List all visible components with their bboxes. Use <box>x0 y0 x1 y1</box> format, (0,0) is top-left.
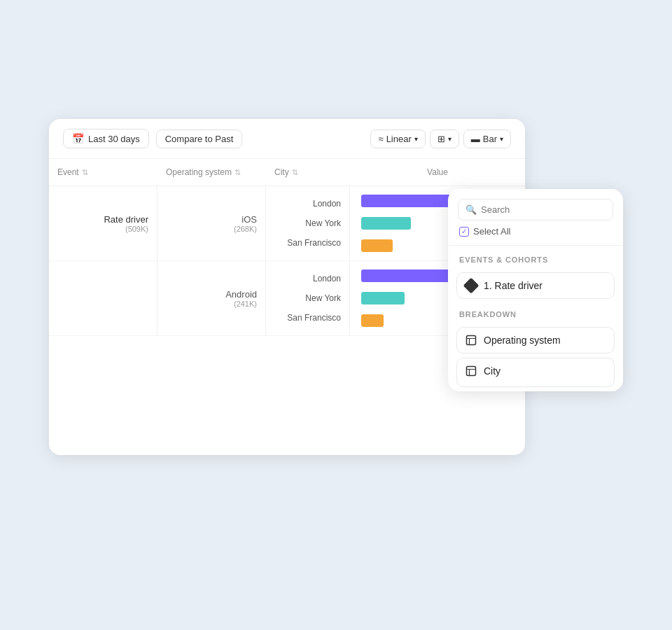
svg-rect-3 <box>467 367 476 376</box>
city-sf-2: San Francisco <box>274 313 341 323</box>
col-os-label: Operating system <box>166 167 232 177</box>
select-all-checkbox[interactable]: ✓ <box>459 227 469 237</box>
event-cell-1: Rate driver (509K) <box>49 186 158 260</box>
city-sf-1: San Francisco <box>274 238 341 248</box>
search-input[interactable] <box>481 204 606 215</box>
bar-chart-icon: ▬ <box>471 134 480 144</box>
grid-button[interactable]: ⊞ ▾ <box>430 130 459 148</box>
select-all-label: Select All <box>473 226 510 237</box>
col-city: City ⇅ <box>266 164 350 180</box>
date-label: Last 30 days <box>88 134 140 144</box>
sort-icon-event: ⇅ <box>82 168 88 177</box>
city-london-2: London <box>274 274 341 284</box>
chevron-down-icon: ▾ <box>414 135 418 143</box>
event-cell-2 <box>49 261 158 335</box>
sidebar-item-city[interactable]: City <box>456 358 615 387</box>
chevron-down-icon3: ▾ <box>500 135 503 143</box>
svg-rect-0 <box>467 336 476 345</box>
col-event-label: Event <box>57 167 79 177</box>
search-icon: 🔍 <box>465 204 477 215</box>
os-name-1: iOS <box>241 214 257 225</box>
breakdown-city-icon <box>465 365 477 377</box>
col-os: Operating system ⇅ <box>158 164 266 180</box>
compare-label: Compare to Past <box>165 134 234 144</box>
diamond-icon <box>463 278 479 294</box>
scene: 📅 Last 30 days Compare to Past ≈ Linear … <box>49 119 623 511</box>
breakdown-os-icon <box>465 335 477 346</box>
divider-1 <box>448 245 623 246</box>
city-cell-1: London New York San Francisco <box>266 186 350 260</box>
os-name-2: Android <box>225 289 257 300</box>
sidebar-item-os[interactable]: Operating system <box>456 327 615 354</box>
linear-button[interactable]: ≈ Linear ▾ <box>370 130 425 148</box>
select-all-row[interactable]: ✓ Select All <box>448 220 623 242</box>
event-value-1: (509K) <box>57 225 148 233</box>
bar-fill-1b <box>361 217 411 230</box>
city-newyork-1: New York <box>274 218 341 228</box>
event-item-label: 1. Rate driver <box>484 280 542 291</box>
toolbar-left: 📅 Last 30 days Compare to Past <box>63 129 363 148</box>
os-cell-2: Android (241K) <box>158 261 266 335</box>
os-cell-1: iOS (268K) <box>158 186 266 260</box>
col-city-label: City <box>274 167 289 177</box>
sidebar-card: 🔍 ✓ Select All EVENTS & COHORTS 1. Rate … <box>448 189 623 391</box>
date-range-button[interactable]: 📅 Last 30 days <box>63 129 149 148</box>
compare-button[interactable]: Compare to Past <box>156 130 243 148</box>
city-newyork-2: New York <box>274 293 341 303</box>
calendar-icon: 📅 <box>72 133 84 144</box>
bar-fill-2c <box>361 314 384 327</box>
col-event: Event ⇅ <box>49 164 158 180</box>
breakdown-section-label: BREAKDOWN <box>448 303 623 323</box>
bar-fill-1c <box>361 239 393 252</box>
city-cell-2: London New York San Francisco <box>266 261 350 335</box>
os-value-2: (241K) <box>234 300 257 308</box>
toolbar: 📅 Last 30 days Compare to Past ≈ Linear … <box>49 119 525 159</box>
linear-icon: ≈ <box>378 134 383 144</box>
os-item-label: Operating system <box>484 335 561 346</box>
bar-label: Bar <box>483 134 497 144</box>
search-box[interactable]: 🔍 <box>458 199 613 220</box>
chevron-down-icon2: ▾ <box>448 135 451 143</box>
table-header: Event ⇅ Operating system ⇅ City ⇅ Value <box>49 159 525 186</box>
col-value: Value <box>350 164 525 180</box>
linear-label: Linear <box>386 134 412 144</box>
col-value-label: Value <box>427 167 448 177</box>
os-value-1: (268K) <box>234 225 257 233</box>
events-section-label: EVENTS & COHORTS <box>448 248 623 268</box>
sort-icon-os: ⇅ <box>234 168 241 177</box>
sidebar-item-rate-driver[interactable]: 1. Rate driver <box>456 272 615 299</box>
city-london-1: London <box>274 199 341 209</box>
city-item-label: City <box>484 365 500 377</box>
toolbar-right: ≈ Linear ▾ ⊞ ▾ ▬ Bar ▾ <box>370 130 511 148</box>
chart-type-button[interactable]: ▬ Bar ▾ <box>463 130 511 148</box>
event-name-1: Rate driver <box>57 214 148 225</box>
bar-fill-2b <box>361 292 405 304</box>
grid-icon: ⊞ <box>438 134 445 144</box>
sort-icon-city: ⇅ <box>292 168 298 177</box>
